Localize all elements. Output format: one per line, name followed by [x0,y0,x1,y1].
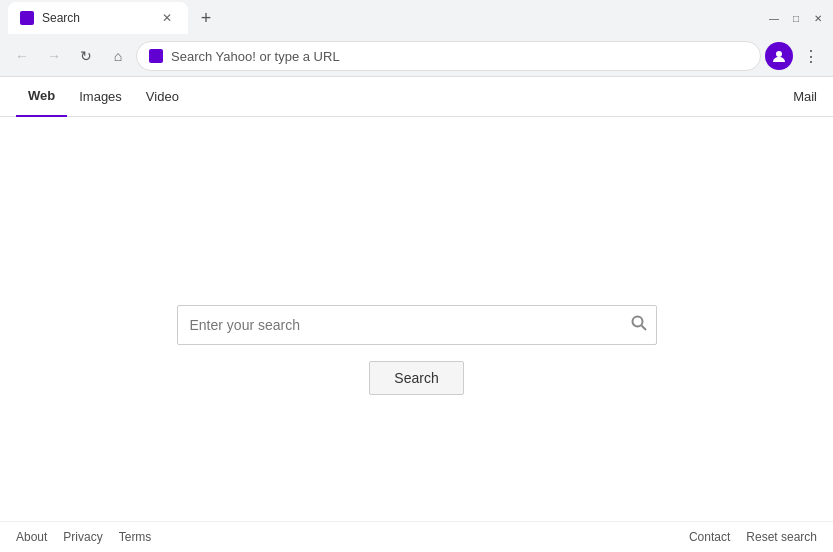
address-bar[interactable]: Search Yahoo! or type a URL [136,41,761,71]
address-bar-row: ← → ↻ ⌂ Search Yahoo! or type a URL ⋮ [0,36,833,76]
address-favicon [149,49,163,63]
mail-link[interactable]: Mail [793,89,817,104]
tab-favicon [20,11,34,25]
profile-button[interactable] [765,42,793,70]
svg-line-2 [641,326,646,331]
footer-privacy-link[interactable]: Privacy [63,530,102,544]
footer-reset-link[interactable]: Reset search [746,530,817,544]
maximize-button[interactable]: □ [789,11,803,25]
navigation-tabs: Web Images Video Mail [0,77,833,117]
close-button[interactable]: ✕ [811,11,825,25]
browser-tab[interactable]: Search ✕ [8,2,188,34]
minimize-button[interactable]: — [767,11,781,25]
tab-web[interactable]: Web [16,77,67,117]
search-input[interactable] [177,305,657,345]
reload-button[interactable]: ↻ [72,42,100,70]
tab-images[interactable]: Images [67,77,134,117]
home-button[interactable]: ⌂ [104,42,132,70]
footer-right-links: Contact Reset search [689,530,817,544]
footer-links: About Privacy Terms [16,530,151,544]
browser-chrome: Search ✕ + — □ ✕ ← → ↻ ⌂ Search Yahoo! o… [0,0,833,77]
footer: About Privacy Terms Contact Reset search [0,521,833,552]
forward-button[interactable]: → [40,42,68,70]
search-input-wrapper [177,305,657,345]
search-button[interactable]: Search [369,361,463,395]
main-content: Search [0,117,833,523]
more-menu-button[interactable]: ⋮ [797,42,825,70]
address-text: Search Yahoo! or type a URL [171,49,748,64]
footer-terms-link[interactable]: Terms [119,530,152,544]
footer-about-link[interactable]: About [16,530,47,544]
footer-contact-link[interactable]: Contact [689,530,730,544]
tab-close-button[interactable]: ✕ [158,9,176,27]
search-container: Search [177,305,657,395]
title-bar: Search ✕ + — □ ✕ [0,0,833,36]
search-icon-button[interactable] [631,315,647,335]
tab-title: Search [42,11,150,25]
new-tab-button[interactable]: + [192,4,220,32]
svg-point-0 [776,51,782,57]
back-button[interactable]: ← [8,42,36,70]
window-controls: — □ ✕ [767,11,825,25]
tab-video[interactable]: Video [134,77,191,117]
svg-point-1 [632,317,642,327]
